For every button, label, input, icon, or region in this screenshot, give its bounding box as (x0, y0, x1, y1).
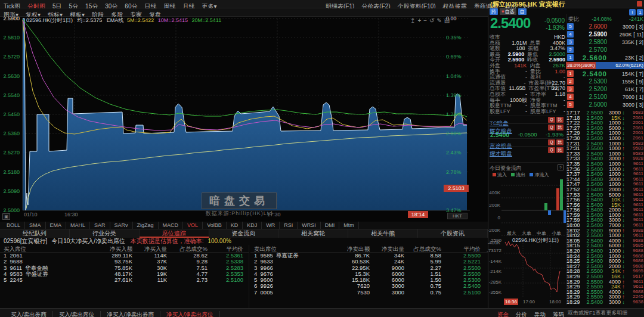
level-icon[interactable]: 1 (637, 9, 643, 15)
ask-level[interactable]: 22.5700 (566, 46, 644, 54)
search-icon[interactable]: Q (548, 125, 555, 130)
help-icon[interactable]: ? (558, 164, 564, 170)
intraday-plot[interactable] (0, 17, 488, 222)
indicator-tab[interactable]: MACD (159, 222, 184, 229)
indicator-tab[interactable]: BOLL (2, 222, 25, 229)
section-tab[interactable]: 相关牛熊 (348, 229, 418, 238)
trade-tick-row[interactable]: 18:002.54007000↓9611 (566, 223, 644, 228)
ask-level[interactable]: 52.60003000 [ 3] (566, 23, 644, 30)
panel-tab[interactable]: 分价 (512, 311, 531, 317)
trade-tick-row[interactable]: 17:562.540010K↓9611 (566, 197, 644, 203)
seat-row[interactable]: 6 9926762030000.752.5400 (250, 283, 488, 289)
section-tab[interactable]: 行业分类 (70, 229, 140, 238)
seat-view-tab[interactable]: 净买入/净卖出席位 (160, 311, 220, 317)
panel-tab[interactable]: 资金 (494, 311, 512, 317)
seat-row[interactable]: 3 9611 华泰金融75.85K30K7.512.5283 (0, 265, 249, 271)
trade-tick-row[interactable]: 17:302.54001000↓2061 (566, 136, 644, 141)
section-tab[interactable]: 资金流向 (209, 229, 279, 238)
self-chip[interactable]: 自 (518, 8, 527, 15)
layout-icon[interactable]: ▤ (444, 17, 450, 24)
seat-row[interactable]: 5 224527.61K11K2.732.5100 (0, 277, 249, 283)
seat-row[interactable]: 7 0005753030000.752.5100 (250, 290, 488, 296)
ask-level[interactable]: 32.5800335K [ 2] (566, 38, 644, 46)
trade-tick-row[interactable]: 17:592.54003000↓9611 (566, 217, 644, 223)
indicator-tab[interactable]: WR (262, 222, 280, 229)
trade-tick-row[interactable]: 17:312.55001000↑9583 (566, 146, 644, 151)
section-tab[interactable]: 个股资讯 (418, 229, 488, 238)
trade-tick-row[interactable]: 18:292.55004000↓9688 (566, 290, 644, 295)
seat-view-tab[interactable]: 买入/卖出券商 (5, 311, 53, 317)
indicator-tab[interactable]: VOL (183, 222, 203, 229)
search-icon[interactable]: Q (548, 147, 555, 153)
seat-row[interactable]: 1 2061289.11K114K28.622.5361 (0, 253, 249, 259)
indicator-tab[interactable]: KD (227, 222, 243, 229)
trade-tick-row[interactable]: 17:562.540015K↓9611 (566, 203, 644, 208)
darkpool-link[interactable]: 耀才暗盘 (490, 150, 512, 157)
trade-tick-row[interactable]: 18:022.55001000↓9611 (566, 233, 644, 238)
trade-tick-row[interactable]: 18:292.55004000↑9611 (566, 279, 644, 285)
zoom-in-icon[interactable]: + (417, 17, 421, 24)
close-icon[interactable] (637, 1, 642, 7)
trade-tick-row[interactable]: 17:532.54005000↓9611 (566, 192, 644, 198)
indicator-tab[interactable]: MAHL (66, 222, 90, 229)
darkpool-link[interactable]: 辉立暗盘 (490, 128, 512, 134)
seat-view-tab[interactable]: 净买入/净卖出券商 (101, 311, 160, 317)
trade-tick-row[interactable]: 18:152.54006000↓9685 (566, 243, 644, 248)
trade-tick-row[interactable]: 17:562.54002000↓9611 (566, 207, 644, 213)
trade-tick-row[interactable]: 17:522.54002000↓9611 (566, 187, 644, 192)
indicator-tab[interactable]: WRSI (298, 222, 321, 229)
bid-level[interactable]: 12.5400154K [ 7] (566, 70, 644, 77)
trade-tick-row[interactable]: 18:282.550034K↑9695 (566, 269, 644, 274)
timezone-button[interactable]: HKT (447, 213, 467, 219)
seat-row[interactable]: 4 9583 华盛证券48.17K19K4.772.5353 (0, 271, 249, 277)
trade-tick-row[interactable]: 18:022.55009000↑9988 (566, 228, 644, 234)
indicator-tab[interactable]: EMA (46, 222, 67, 229)
indicator-tab[interactable]: VolBB (203, 222, 227, 229)
section-tab[interactable]: 经纪队列 (0, 229, 70, 238)
indicator-tab[interactable]: ZigZag (133, 222, 159, 229)
indicator-tab[interactable]: SMA (25, 222, 46, 229)
trade-tick-row[interactable]: 18:242.54001000↓9688 (566, 254, 644, 259)
bid-level[interactable]: 22.5300155K [ 9] (566, 77, 644, 85)
bid-ladder[interactable]: 12.5400154K [ 7]22.5300155K [ 9]32.52006… (566, 70, 644, 108)
trade-tick-row[interactable]: 17:372.54001000↓9611 (566, 172, 644, 177)
seat-row[interactable]: 2 968893.75K37K9.282.5338 (0, 259, 249, 265)
trade-tick-row[interactable]: 17:272.54005000↓2061 (566, 126, 644, 131)
compare-icon[interactable]: 比 (556, 139, 564, 145)
seat-row[interactable]: 1 9585 尊嘉证券86.7K34K8.582.5500 (250, 253, 488, 259)
trade-tick-row[interactable]: 17:172.55003000↓9683 (566, 110, 644, 116)
indicator-tab[interactable]: DMI (321, 222, 340, 229)
compare-icon[interactable]: 比 (556, 147, 564, 153)
indicator-tab[interactable]: RSI (280, 222, 298, 229)
bid-level[interactable]: 52.50003000 [ 3] (566, 101, 644, 108)
trade-tick-row[interactable]: 18:202.54001000↓9688 (566, 248, 644, 254)
time-sales-list[interactable]: 17:172.55003000↓968317:182.540015K↓20611… (566, 110, 644, 305)
trade-tick-row[interactable]: 18:292.54003000↓9638 (566, 300, 644, 305)
panel-tab[interactable]: 异动 (531, 311, 549, 317)
indicator-tab[interactable]: SARv (110, 222, 133, 229)
trade-tick-row[interactable]: 17:312.54001000↓9583 (566, 141, 644, 147)
draw-icon[interactable]: ✎ (436, 17, 441, 24)
search-icon[interactable]: Q (548, 139, 555, 145)
move-icon[interactable]: ↥ (410, 17, 415, 24)
compare-icon[interactable]: 比 (556, 125, 564, 130)
seat-row[interactable]: 4 967615.3K60001.512.5500 (250, 271, 488, 277)
section-tab[interactable]: 席位追踪 (140, 229, 209, 238)
search-icon[interactable]: Q (548, 117, 555, 123)
watchlist-chip[interactable]: ♥自选 (500, 8, 516, 15)
bid-level[interactable]: 32.520061K [ 7] (566, 85, 644, 93)
bid-level[interactable]: 42.51007000 [ 1] (566, 93, 644, 101)
trade-tick-row[interactable]: 17:332.54003000↑9928 (566, 156, 644, 161)
trade-tick-row[interactable]: 17:182.540015K↓2061 (566, 116, 644, 121)
trade-tick-row[interactable]: 18:292.550016K↓9617 (566, 274, 644, 279)
trade-tick-row[interactable]: 17:362.54001000↓9611 (566, 167, 644, 172)
trade-tick-row[interactable]: 17:592.54001000↓9611 (566, 213, 644, 218)
section-tab[interactable]: 相关窝轮 (278, 229, 348, 238)
seat-row[interactable]: 2 963360.53K24K5.992.5221 (250, 259, 488, 265)
trade-tick-row[interactable]: 18:052.54004000↓9688 (566, 238, 644, 244)
info-icon[interactable]: i (629, 9, 636, 15)
indicator-tab[interactable]: KDJ (243, 222, 262, 229)
trade-tick-row[interactable]: 17:292.54001000↓2061 (566, 130, 644, 136)
seat-view-tab[interactable]: 买入/卖出席位 (53, 311, 101, 317)
trade-tick-row[interactable]: 18:292.550024K↑9611 (566, 284, 644, 290)
